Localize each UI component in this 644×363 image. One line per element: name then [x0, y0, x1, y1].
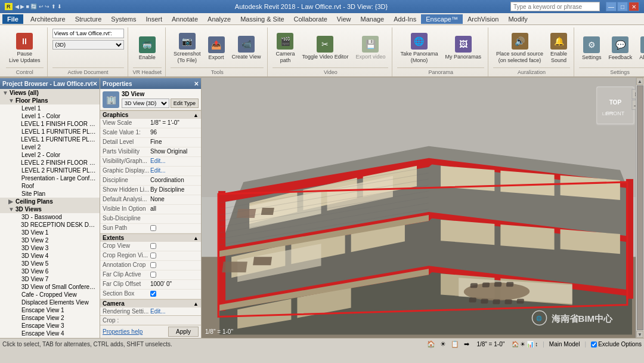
feedback-btn[interactable]: 💬 Feedback: [606, 31, 636, 66]
prop-view-dropdown[interactable]: 3D View (3D): [122, 99, 169, 108]
menu-item-analyze[interactable]: Analyze: [203, 14, 236, 24]
tree-item[interactable]: 3D View 2: [0, 236, 100, 244]
menu-item-manage[interactable]: Manage: [355, 14, 389, 24]
tree-item[interactable]: Level 1: [0, 104, 100, 112]
tree-item[interactable]: Enscape View 4: [0, 330, 100, 337]
enable-vr-btn[interactable]: 🥽 Enable: [136, 31, 159, 66]
tree-item[interactable]: Presentation - Large Confere: [0, 174, 100, 182]
about-btn[interactable]: ℹ About...: [636, 31, 644, 66]
tree-item[interactable]: LEVEL 1 FURNITURE PLAN: [0, 128, 100, 136]
tree-label: Presentation - Large Confere: [21, 175, 97, 182]
menu-item-architecture[interactable]: Architecture: [26, 14, 70, 24]
sun-path-checkbox[interactable]: [150, 225, 156, 231]
tree-item[interactable]: 3D View 4: [0, 252, 100, 260]
tree-item[interactable]: LEVEL 2 FINISH FLOOR PLAN: [0, 159, 100, 167]
view-scroll-up[interactable]: ▲: [636, 78, 643, 85]
menu-item-archvision[interactable]: ArchVision: [463, 14, 503, 24]
tree-item[interactable]: 3D View 6: [0, 267, 100, 275]
tree-item[interactable]: ▼3D Views: [0, 205, 100, 213]
prop-row-cropregionvi: Crop Region Vi...: [100, 251, 201, 261]
view-scroll-down[interactable]: ▼: [636, 331, 643, 338]
prop-type-selector: 🏢 3D View 3D View (3D) Edit Type: [100, 89, 201, 110]
screenshot-btn[interactable]: 📷 Screenshot(To File): [171, 31, 204, 66]
tree-item[interactable]: ▼Floor Plans: [0, 97, 100, 104]
tree-label: 3D RECEPTION DESK DETAIL: [21, 222, 97, 228]
menu-item-addins[interactable]: Add-Ins: [389, 14, 421, 24]
tree-item[interactable]: Enscape View 3: [0, 322, 100, 330]
menu-item-enscape[interactable]: Enscape™: [421, 14, 463, 24]
create-view-btn[interactable]: 📹 Create View: [229, 31, 264, 66]
project-browser-close-btn[interactable]: ✕: [92, 81, 97, 87]
tree-item[interactable]: ▶Ceiling Plans: [0, 198, 100, 205]
tree-item[interactable]: 3D View 5: [0, 260, 100, 267]
section-box-checkbox[interactable]: [150, 291, 156, 297]
menu-item-collaborate[interactable]: Collaborate: [289, 14, 332, 24]
tree-label: Enscape View 3: [21, 322, 64, 329]
tree-item[interactable]: LEVEL 2 FURNITURE PLAN: [0, 167, 100, 174]
svg-rect-44: [481, 299, 488, 303]
menu-item-massing[interactable]: Massing & Site: [236, 14, 289, 24]
app-menu-btn[interactable]: File: [2, 14, 23, 24]
properties-help-link[interactable]: Properties help: [103, 328, 143, 335]
take-panorama-btn[interactable]: 🌐 Take Panorama(Mono): [397, 31, 441, 66]
exclude-options-checkbox[interactable]: [591, 342, 597, 347]
menu-item-annotate[interactable]: Annotate: [167, 14, 203, 24]
tree-item[interactable]: 3D RECEPTION DESK DETAIL: [0, 221, 100, 229]
view-dropdown[interactable]: (3D): [52, 40, 124, 50]
apply-btn[interactable]: Apply: [168, 327, 199, 337]
tree-item[interactable]: ▼Views (all): [0, 89, 100, 97]
edit-type-btn[interactable]: Edit Type: [171, 99, 199, 108]
tree-item[interactable]: Enscape View 2: [0, 314, 100, 322]
close-btn[interactable]: ✕: [628, 2, 639, 11]
tree-item[interactable]: Hallway: [0, 337, 100, 338]
tree-toggle[interactable]: ▼: [8, 206, 14, 213]
enable-sound-btn[interactable]: 🔔 EnableSound: [547, 31, 570, 66]
menu-item-modify[interactable]: Modify: [503, 14, 532, 24]
tree-item[interactable]: Cafe - Cropped View: [0, 291, 100, 299]
crop-label: Crop :: [103, 317, 119, 324]
tree-item[interactable]: LEVEL 1 FINISH FLOOR PLAN: [0, 120, 100, 128]
pause-live-updates-btn[interactable]: ⏸ PauseLive Updates: [6, 31, 44, 66]
tree-item[interactable]: Roof: [0, 182, 100, 190]
maximize-btn[interactable]: □: [617, 2, 628, 11]
camera-path-btn[interactable]: 🎬 Camerapath: [273, 31, 298, 66]
crop-region-checkbox[interactable]: [150, 253, 156, 259]
menu-item-structure[interactable]: Structure: [70, 14, 107, 24]
project-browser-content[interactable]: ▼Views (all)▼Floor PlansLevel 1Level 1 -…: [0, 89, 100, 338]
tree-item[interactable]: 3D View 3: [0, 244, 100, 252]
tree-toggle[interactable]: ▼: [8, 97, 14, 104]
menu-item-systems[interactable]: Systems: [106, 14, 141, 24]
tree-item[interactable]: Level 2: [0, 143, 100, 151]
tree-item[interactable]: 3D View of Small Conference: [0, 283, 100, 291]
tree-item[interactable]: Level 1 - Color: [0, 112, 100, 120]
minimize-btn[interactable]: —: [606, 2, 617, 11]
far-clip-active-checkbox[interactable]: [150, 272, 156, 278]
menu-item-view[interactable]: View: [332, 14, 356, 24]
tree-item[interactable]: Enscape View 1: [0, 306, 100, 314]
export-video-btn[interactable]: 💾 Export video: [352, 31, 388, 66]
settings-btn[interactable]: ⚙ Settings: [579, 31, 605, 66]
crop-view-checkbox[interactable]: [150, 243, 156, 249]
export-btn[interactable]: 📤 Export: [205, 31, 228, 66]
menu-item-insert[interactable]: Insert: [141, 14, 167, 24]
tree-item[interactable]: Site Plan: [0, 190, 100, 198]
view-area[interactable]: TOP FRONT LEFT 1/8" = 1-0" 🌐 海南省BIM中心 □ …: [202, 78, 644, 338]
views-input[interactable]: [52, 29, 124, 38]
tree-item[interactable]: Displaced Elements View: [0, 299, 100, 306]
annotation-crop-checkbox[interactable]: [150, 262, 156, 268]
my-panoramas-btn[interactable]: 🖼 My Panoramas: [442, 31, 484, 66]
properties-panel-close-btn[interactable]: ✕: [194, 81, 199, 87]
tree-label: 3D View 4: [21, 253, 48, 259]
tree-toggle[interactable]: ▶: [8, 198, 14, 205]
properties-panel-title: Properties ✕: [100, 78, 201, 89]
toggle-video-editor-btn[interactable]: ✂ Toggle Video Editor: [299, 31, 351, 66]
tree-item[interactable]: 3D View 1: [0, 229, 100, 236]
tree-item[interactable]: LEVEL 1 FURNITURE PLAN - L: [0, 136, 100, 143]
tree-item[interactable]: 3D View 7: [0, 275, 100, 283]
place-sound-source-btn[interactable]: 🔊 Place sound source(on selected face): [493, 31, 546, 66]
search-input[interactable]: [510, 2, 600, 11]
menu-bar: File Architecture Structure Systems Inse…: [0, 13, 644, 25]
tree-toggle[interactable]: ▼: [2, 90, 8, 96]
tree-item[interactable]: 3D - Basswood: [0, 213, 100, 221]
tree-item[interactable]: Level 2 - Color: [0, 151, 100, 159]
